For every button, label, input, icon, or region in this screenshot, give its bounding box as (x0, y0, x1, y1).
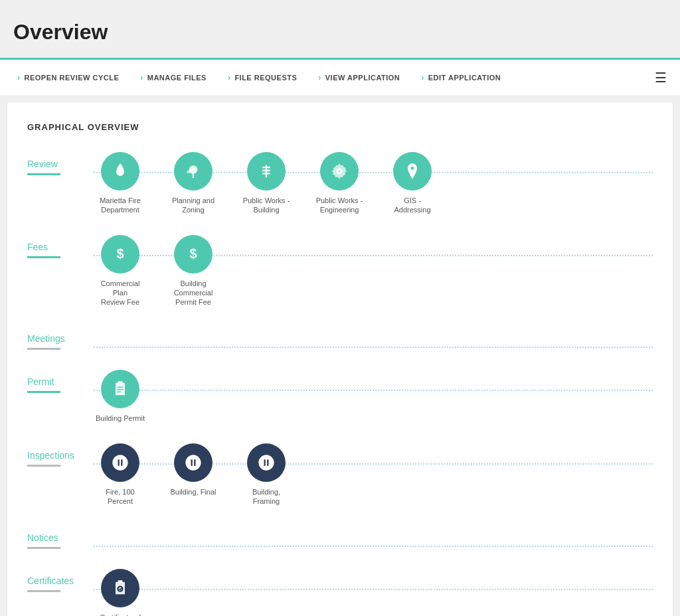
circle-item[interactable]: GIS - Addressing (386, 152, 439, 215)
row-label-text: Certificates (27, 576, 94, 586)
circle-label: Public Works - Building (243, 196, 290, 215)
circle-icon (101, 370, 139, 408)
row-label-underline (27, 391, 60, 393)
row-label-text: Permit (27, 376, 94, 387)
circle-icon (320, 152, 359, 191)
overview-row: Meetings (27, 327, 653, 350)
hamburger-menu-icon[interactable]: ☰ (648, 70, 673, 86)
overview-row: ReviewMarietta Fire DepartmentPlanning a… (27, 152, 653, 215)
row-label: Meetings (27, 327, 94, 350)
row-label-text: Review (27, 159, 94, 169)
svg-rect-1 (193, 173, 195, 179)
nav-item[interactable]: ›EDIT APPLICATION (410, 73, 511, 82)
row-label: Review (27, 152, 94, 175)
circle-icon (101, 569, 139, 607)
circle-icon (247, 152, 286, 191)
circle-item[interactable]: Marietta Fire Department (94, 152, 147, 215)
circle-label: Marietta Fire Department (100, 196, 141, 215)
nav-item-label: MANAGE FILES (147, 74, 207, 82)
nav-item[interactable]: ›FILE REQUESTS (217, 73, 307, 82)
overview-row: InspectionsFire, 100 PercentBuilding, Fi… (27, 443, 653, 506)
nav-bar: ›REOPEN REVIEW CYCLE›MANAGE FILES›FILE R… (0, 58, 680, 95)
circle-item[interactable]: Certificate of Occupancy (94, 569, 147, 616)
row-label-underline (27, 547, 60, 549)
row-items: Fire, 100 PercentBuilding, FinalBuilding… (94, 443, 653, 506)
nav-item-label: EDIT APPLICATION (428, 74, 501, 82)
circle-item[interactable]: Public Works - Building (240, 152, 293, 215)
row-label: Inspections (27, 443, 94, 467)
circle-icon (101, 152, 139, 191)
svg-rect-12 (116, 582, 125, 595)
circle-label: Building Commercial Permit Fee (174, 279, 213, 307)
svg-rect-4 (262, 167, 270, 168)
circle-item[interactable]: $Building Commercial Permit Fee (167, 235, 220, 307)
overview-row: CertificatesCertificate of Occupancy (27, 569, 653, 616)
row-label: Notices (27, 526, 94, 549)
svg-rect-13 (118, 581, 123, 583)
dotted-line (94, 390, 653, 391)
nav-chevron-icon: › (421, 73, 424, 82)
page-title: Overview (0, 0, 680, 58)
svg-rect-8 (118, 382, 123, 384)
nav-chevron-icon: › (17, 73, 21, 82)
circle-item[interactable]: Building, Framing (240, 443, 293, 506)
row-label-text: Fees (27, 242, 94, 252)
circle-label: Certificate of Occupancy (100, 613, 141, 616)
nav-chevron-icon: › (318, 73, 321, 82)
row-items: $Commercial Plan Review Fee$Building Com… (94, 235, 653, 307)
row-label-text: Inspections (27, 450, 94, 461)
page-wrapper: Overview ›REOPEN REVIEW CYCLE›MANAGE FIL… (0, 0, 680, 616)
overview-row: PermitBuilding Permit (27, 370, 653, 423)
circle-icon: $ (101, 235, 139, 273)
circle-label: Building Permit (96, 414, 145, 423)
row-label-underline (27, 256, 60, 258)
circle-icon (247, 443, 286, 482)
circle-label: Fire, 100 Percent (94, 487, 147, 506)
nav-item[interactable]: ›VIEW APPLICATION (307, 73, 410, 82)
nav-item-label: VIEW APPLICATION (325, 74, 400, 82)
dotted-line (94, 346, 653, 348)
svg-rect-6 (262, 173, 270, 174)
circle-label: Planning and Zoning (172, 196, 214, 215)
nav-item-label: FILE REQUESTS (234, 74, 297, 82)
row-items: Certificate of Occupancy (94, 569, 653, 616)
nav-chevron-icon: › (140, 73, 143, 82)
row-label-underline (27, 590, 60, 592)
rows-container: ReviewMarietta Fire DepartmentPlanning a… (27, 152, 653, 616)
circle-icon (393, 152, 432, 191)
nav-item-label: REOPEN REVIEW CYCLE (25, 74, 120, 82)
circle-item[interactable]: Building Permit (94, 370, 147, 423)
circle-label: GIS - Addressing (386, 196, 439, 215)
circle-label: Building, Framing (240, 487, 293, 506)
circle-icon: $ (174, 235, 212, 273)
overview-row: Notices (27, 526, 653, 549)
row-label-text: Notices (27, 532, 94, 543)
nav-item[interactable]: ›REOPEN REVIEW CYCLE (7, 73, 129, 82)
row-label: Certificates (27, 569, 94, 592)
row-label: Fees (27, 235, 94, 258)
svg-rect-9 (117, 387, 123, 388)
circle-icon (174, 443, 212, 482)
section-title: GRAPHICAL OVERVIEW (27, 122, 653, 132)
circle-icon (174, 152, 212, 191)
circle-label: Building, Final (170, 487, 216, 497)
nav-items-container: ›REOPEN REVIEW CYCLE›MANAGE FILES›FILE R… (7, 73, 648, 82)
circle-label: Public Works - Engineering (316, 196, 363, 215)
row-label-underline (27, 348, 60, 350)
row-label: Permit (27, 370, 94, 393)
row-label-text: Meetings (27, 333, 94, 344)
circle-item[interactable]: Planning and Zoning (167, 152, 220, 215)
circle-icon (101, 443, 139, 482)
circle-item[interactable]: Fire, 100 Percent (94, 443, 147, 506)
circle-item[interactable]: Public Works - Engineering (313, 152, 366, 215)
circle-item[interactable]: $Commercial Plan Review Fee (94, 235, 147, 307)
circle-label: Commercial Plan Review Fee (94, 279, 147, 307)
dotted-line (94, 546, 653, 547)
svg-rect-10 (117, 389, 123, 390)
svg-rect-11 (117, 392, 121, 393)
circle-item[interactable]: Building, Final (167, 443, 220, 497)
nav-chevron-icon: › (228, 73, 231, 82)
row-items: Building Permit (94, 370, 653, 423)
nav-item[interactable]: ›MANAGE FILES (129, 73, 217, 82)
svg-rect-5 (262, 170, 270, 171)
